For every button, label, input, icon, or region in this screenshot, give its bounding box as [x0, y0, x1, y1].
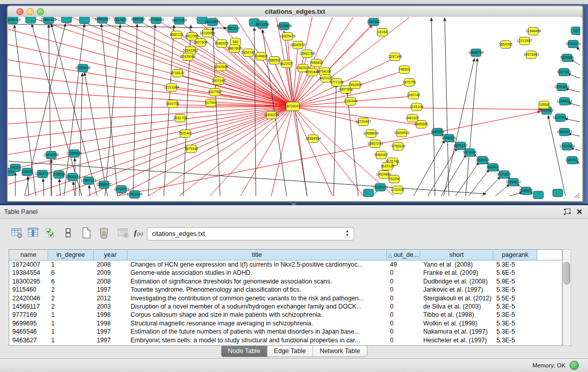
- graph-node[interactable]: 1527602: [114, 17, 127, 24]
- graph-node[interactable]: 16210643: [553, 114, 568, 122]
- graph-node[interactable]: 12213389: [164, 84, 179, 92]
- column-header-short[interactable]: short: [420, 250, 493, 260]
- table-settings-icon[interactable]: [9, 226, 25, 241]
- graph-node[interactable]: 7632621: [486, 164, 500, 171]
- table-row[interactable]: 1456911722003Disruption of a novel membe…: [9, 302, 561, 311]
- graph-node[interactable]: 1875751: [403, 79, 417, 86]
- graph-node[interactable]: [553, 189, 563, 197]
- graph-node[interactable]: [61, 17, 72, 23]
- graph-node[interactable]: 8186328: [215, 40, 229, 48]
- graph-node[interactable]: 21053346: [75, 64, 91, 72]
- graph-node[interactable]: 7525402: [179, 130, 192, 138]
- graph-node[interactable]: 11548498: [526, 28, 541, 35]
- graph-canvas[interactable]: 2405572420891406106532871527602846616010…: [8, 17, 580, 199]
- graph-node[interactable]: 8427552: [208, 89, 222, 96]
- graph-node[interactable]: 1216108: [410, 103, 424, 111]
- column-header-year[interactable]: year: [94, 250, 127, 260]
- memory-status-icon[interactable]: [570, 361, 579, 370]
- graph-node[interactable]: 9827508: [194, 39, 208, 47]
- graph-node[interactable]: 17016504: [559, 143, 575, 150]
- close-panel-icon[interactable]: ✕: [576, 207, 584, 216]
- function-builder-icon[interactable]: f (x): [132, 226, 147, 241]
- tab-network-table[interactable]: Network Table: [313, 346, 367, 357]
- graph-node[interactable]: 1615122: [381, 163, 395, 170]
- graph-node[interactable]: 9474444: [463, 149, 477, 157]
- graph-node[interactable]: 8471626: [497, 171, 511, 179]
- graph-node[interactable]: 115689: [21, 168, 33, 176]
- column-header-pagerank[interactable]: pagerank: [493, 250, 537, 260]
- tab-edge-table[interactable]: Edge Table: [267, 346, 313, 357]
- column-select-icon[interactable]: [26, 226, 41, 241]
- graph-node[interactable]: 12093832: [554, 83, 570, 91]
- graph-node[interactable]: 20206536: [43, 151, 59, 159]
- graph-node[interactable]: 1440954: [431, 128, 445, 136]
- graph-node[interactable]: 39194: [8, 168, 14, 176]
- graph-node[interactable]: [363, 189, 374, 197]
- graph-node[interactable]: 1588520: [268, 57, 281, 64]
- tab-node-table[interactable]: Node Table: [221, 346, 267, 357]
- graph-node[interactable]: 9084067: [375, 151, 388, 159]
- graph-node[interactable]: 18226058: [200, 30, 215, 37]
- graph-node[interactable]: 1461627: [406, 115, 420, 122]
- graph-node[interactable]: 917004: [205, 99, 217, 107]
- graph-node[interactable]: 12213957: [517, 37, 532, 45]
- graph-node[interactable]: 9777169: [330, 79, 344, 86]
- column-header-title[interactable]: title: [127, 250, 387, 260]
- graph-node[interactable]: 10688609: [363, 130, 379, 138]
- graph-node[interactable]: 18807243: [367, 140, 383, 148]
- table-row[interactable]: 1938455462009Genome-wide association stu…: [9, 269, 561, 277]
- graph-node[interactable]: 9242848: [214, 63, 228, 71]
- graph-node[interactable]: 13958107: [96, 181, 112, 189]
- scrollbar-thumb[interactable]: [563, 262, 570, 285]
- graph-node[interactable]: 1167532: [565, 157, 579, 164]
- graph-node[interactable]: 748503: [399, 66, 410, 74]
- table-row[interactable]: 1830029562008Estimation of significance …: [9, 277, 561, 286]
- graph-node[interactable]: 10653287: [95, 17, 110, 24]
- graph-node[interactable]: 1675440: [185, 145, 199, 153]
- graph-node[interactable]: 16671355: [171, 17, 187, 25]
- graph-node[interactable]: 8466160: [132, 17, 145, 24]
- graph-node[interactable]: 9227343: [557, 69, 571, 76]
- graph-node[interactable]: 1297349: [388, 53, 402, 61]
- graph-node[interactable]: 9329966: [560, 54, 574, 62]
- graph-node[interactable]: 16961758: [299, 50, 315, 58]
- graph-node[interactable]: 15692971: [557, 128, 572, 136]
- minimize-window-button[interactable]: [27, 8, 34, 15]
- trash-icon[interactable]: [96, 226, 112, 241]
- graph-node[interactable]: 8990448: [306, 69, 319, 76]
- graph-node[interactable]: 10973493: [524, 51, 539, 59]
- select-checks-icon[interactable]: [43, 226, 58, 241]
- graph-node[interactable]: 8660123: [170, 31, 184, 39]
- graph-node[interactable]: 8813054: [256, 21, 270, 29]
- graph-node[interactable]: 15751074: [565, 40, 580, 48]
- graph-node[interactable]: 16782759: [114, 186, 129, 193]
- graph-node[interactable]: 2718120: [171, 70, 185, 77]
- graph-node[interactable]: 12444154: [557, 98, 572, 105]
- graph-node[interactable]: 2087682: [367, 18, 381, 26]
- resize-grip-icon[interactable]: [574, 193, 579, 198]
- graph-node[interactable]: 19384554: [306, 135, 321, 143]
- graph-node[interactable]: 7462604: [349, 81, 362, 89]
- graph-node[interactable]: 1810755: [166, 100, 180, 108]
- graph-node[interactable]: 2867608: [228, 45, 242, 53]
- table-row[interactable]: 2242004622012Investigating the contribut…: [9, 294, 561, 302]
- close-window-button[interactable]: [16, 8, 24, 15]
- graph-node[interactable]: 1117: [571, 27, 580, 35]
- table-row[interactable]: 969969511998Structural magnetic resonanc…: [9, 319, 561, 327]
- table-row[interactable]: 911546021997Tourette syndrome. Phenomeno…: [9, 286, 561, 294]
- graph-node[interactable]: 2935114: [476, 157, 489, 164]
- graph-node[interactable]: 9756928: [391, 143, 405, 150]
- graph-node[interactable]: 15958: [539, 101, 549, 109]
- column-header-out_de[interactable]: △out_de...: [387, 250, 420, 260]
- graph-node[interactable]: [533, 191, 543, 199]
- table-scrollbar[interactable]: [562, 249, 571, 346]
- graph-node[interactable]: 8938924: [442, 135, 456, 142]
- graph-node[interactable]: 7857224: [226, 25, 240, 33]
- graph-node[interactable]: 7955812: [310, 59, 323, 67]
- graph-node[interactable]: 20891406: [41, 17, 56, 24]
- graph-node[interactable]: 1145194: [52, 171, 66, 179]
- graph-node[interactable]: 18724007: [285, 102, 300, 111]
- network-window[interactable]: citations_edges.txt 24055724208914061065…: [7, 5, 583, 202]
- column-header-in_degree[interactable]: in_degree: [48, 250, 94, 260]
- graph-node[interactable]: 252254: [388, 176, 400, 183]
